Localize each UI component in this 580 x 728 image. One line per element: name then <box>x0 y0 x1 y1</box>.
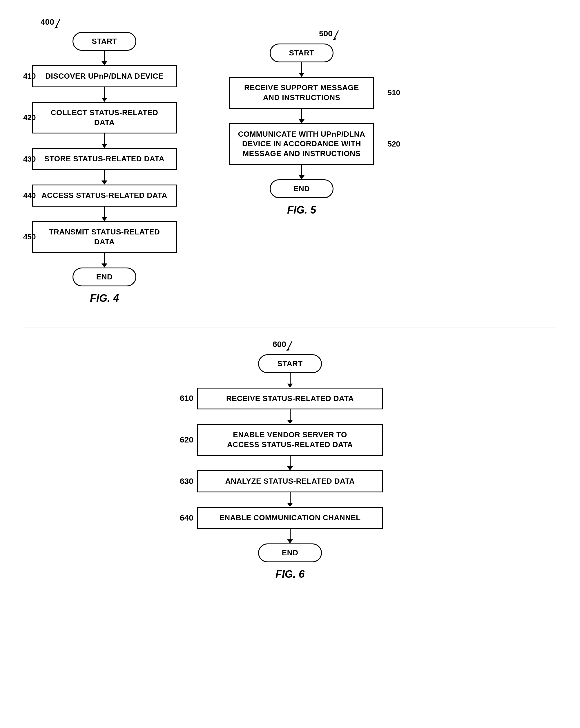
fig6-flowchart: START 610 RECEIVE STATUS-RELATED DATA 62… <box>189 354 391 580</box>
fig5-ref-arrow <box>333 29 344 41</box>
fig5-step-row-510: RECEIVE SUPPORT MESSAGEAND INSTRUCTIONS … <box>220 77 383 109</box>
fig6-label: FIG. 6 <box>276 568 304 580</box>
fig5-start: START <box>270 44 333 62</box>
fig6-start: START <box>258 354 322 373</box>
fig5-end: END <box>270 179 333 198</box>
fig4-step-420: COLLECT STATUS-RELATED DATA <box>32 102 177 134</box>
fig4-arrow-3 <box>102 170 107 185</box>
fig6-arrow-1 <box>287 409 293 424</box>
svg-marker-5 <box>286 348 290 351</box>
fig5-step-row-520: COMMUNICATE WITH UPnP/DLNADEVICE IN ACCO… <box>220 123 383 165</box>
page: 400 START 410 DISCOVER UPnP/DLNA DEVICE <box>0 0 580 728</box>
fig6-ref-number: 600 <box>273 340 286 349</box>
fig6-step-640: ENABLE COMMUNICATION CHANNEL <box>197 507 383 529</box>
fig6-step-label-620: 620 <box>180 435 193 444</box>
fig6-arrow-2 <box>287 456 293 470</box>
fig6-step-630: ANALYZE STATUS-RELATED DATA <box>197 470 383 492</box>
fig5-step-label-520: 520 <box>388 139 400 149</box>
svg-marker-3 <box>333 37 336 40</box>
fig5-step-label-510: 510 <box>388 88 400 97</box>
fig6-container: 600 START 610 RECEIVE STATUS-RELATED DAT… <box>23 340 557 580</box>
fig4-step-450: TRANSMIT STATUS-RELATED DATA <box>32 221 177 253</box>
fig4-arrow-0 <box>102 51 107 65</box>
fig5-label: FIG. 5 <box>287 204 316 216</box>
fig6-arrow-0 <box>287 373 293 388</box>
fig4-step-label-450: 450 <box>23 232 36 241</box>
fig5-step-520: COMMUNICATE WITH UPnP/DLNADEVICE IN ACCO… <box>229 123 374 165</box>
fig4-step-row-450: 450 TRANSMIT STATUS-RELATED DATA <box>23 221 186 253</box>
fig4-step-row-420: 420 COLLECT STATUS-RELATED DATA <box>23 102 186 134</box>
fig6-step-row-620: 620 ENABLE VENDOR SERVER TOACCESS STATUS… <box>197 424 383 456</box>
fig4-step-label-410: 410 <box>23 72 36 81</box>
fig6-step-row-640: 640 ENABLE COMMUNICATION CHANNEL <box>197 507 383 529</box>
fig4-arrow-4 <box>102 207 107 221</box>
fig5-flowchart: START RECEIVE SUPPORT MESSAGEAND INSTRUC… <box>220 44 383 216</box>
fig6-arrow-3 <box>287 492 293 507</box>
fig6-step-label-630: 630 <box>180 477 193 486</box>
fig4-label: FIG. 4 <box>90 292 119 304</box>
fig6-ref-arrow <box>286 340 298 352</box>
fig4-ref-arrow <box>54 18 66 29</box>
fig4-start: START <box>73 32 136 51</box>
fig6-step-label-640: 640 <box>180 513 193 523</box>
svg-marker-1 <box>54 26 58 28</box>
fig6-arrow-4 <box>287 529 293 543</box>
fig4-step-row-430: 430 STORE STATUS-RELATED DATA <box>23 148 186 170</box>
fig6-end: END <box>258 543 322 562</box>
fig4-step-row-440: 440 ACCESS STATUS-RELATED DATA <box>23 185 186 207</box>
fig4-step-440: ACCESS STATUS-RELATED DATA <box>32 185 177 207</box>
fig6-step-label-610: 610 <box>180 394 193 403</box>
fig4-step-410: DISCOVER UPnP/DLNA DEVICE <box>32 65 177 87</box>
fig5-step-510: RECEIVE SUPPORT MESSAGEAND INSTRUCTIONS <box>229 77 374 109</box>
fig4-step-label-420: 420 <box>23 113 36 122</box>
fig4-step-430: STORE STATUS-RELATED DATA <box>32 148 177 170</box>
top-section: 400 START 410 DISCOVER UPnP/DLNA DEVICE <box>23 18 557 304</box>
fig6-step-row-610: 610 RECEIVE STATUS-RELATED DATA <box>197 388 383 410</box>
fig4-arrow-1 <box>102 87 107 102</box>
fig4-step-label-440: 440 <box>23 191 36 200</box>
fig4-arrow-5 <box>102 253 107 267</box>
fig5-arrow-0 <box>299 62 304 77</box>
fig4-end: END <box>73 267 136 286</box>
fig4-container: 400 START 410 DISCOVER UPnP/DLNA DEVICE <box>23 18 186 304</box>
fig6-step-row-630: 630 ANALYZE STATUS-RELATED DATA <box>197 470 383 492</box>
section-divider <box>23 328 557 328</box>
fig6-step-610: RECEIVE STATUS-RELATED DATA <box>197 388 383 410</box>
fig4-step-row-410: 410 DISCOVER UPnP/DLNA DEVICE <box>23 65 186 87</box>
fig4-ref-number: 400 <box>40 18 54 27</box>
fig4-step-label-430: 430 <box>23 155 36 164</box>
fig4-arrow-2 <box>102 133 107 148</box>
fig5-arrow-2 <box>299 165 304 179</box>
fig5-arrow-1 <box>299 109 304 123</box>
fig5-container: 500 START RECEIVE SUPPORT MESSAGEAND INS… <box>220 29 383 216</box>
fig4-flowchart: START 410 DISCOVER UPnP/DLNA DEVICE 420 … <box>23 32 186 304</box>
fig6-step-620: ENABLE VENDOR SERVER TOACCESS STATUS-REL… <box>197 424 383 456</box>
fig5-ref-number: 500 <box>319 29 333 38</box>
